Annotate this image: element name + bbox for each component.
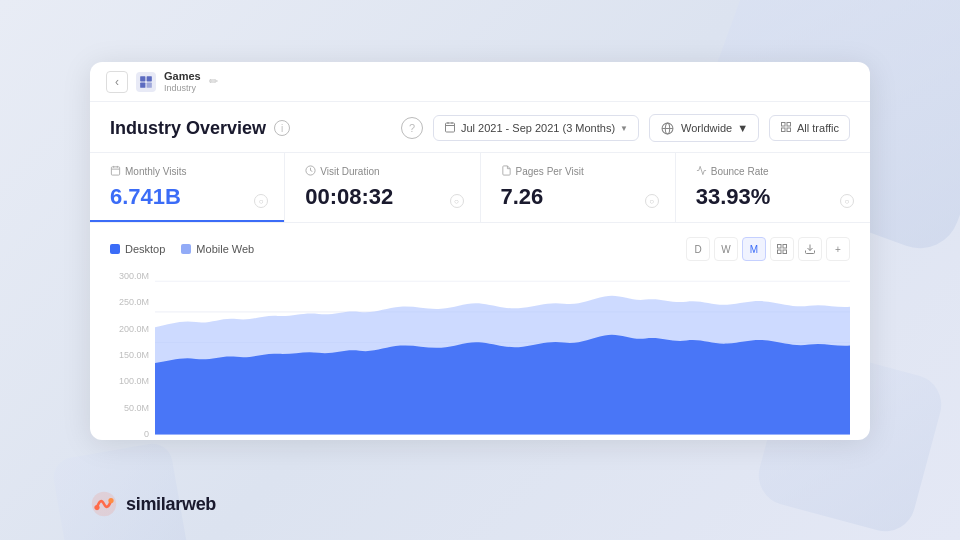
metric-label-0: Monthly Visits (110, 165, 264, 178)
desktop-label: Desktop (125, 243, 165, 255)
header-controls: ? Jul 2021 - Sep 2021 (3 Months) ▼ (401, 114, 850, 142)
svg-point-45 (94, 505, 99, 510)
metric-info-icon-3[interactable]: ○ (840, 194, 854, 208)
mobile-label: Mobile Web (196, 243, 254, 255)
metric-info-icon-2[interactable]: ○ (645, 194, 659, 208)
y-label-0: 300.0M (110, 271, 155, 281)
svg-rect-12 (787, 123, 791, 127)
svg-point-46 (108, 498, 113, 503)
metric-icon-1 (305, 165, 316, 178)
metric-icon-2 (501, 165, 512, 178)
help-button[interactable]: ? (401, 117, 423, 139)
chart-ctrl-d[interactable]: D (686, 237, 710, 261)
page-info-icon[interactable]: i (274, 120, 290, 136)
svg-rect-23 (783, 250, 787, 254)
similarweb-logo-icon (90, 490, 118, 518)
date-dropdown-icon: ▼ (620, 124, 628, 133)
page-title-area: Industry Overview i (110, 118, 290, 139)
calendar-icon (444, 121, 456, 135)
chart-ctrl-m[interactable]: M (742, 237, 766, 261)
chart-svg-wrap: 05 Jul 12 Jul 19 Jul 26 Jul 02 Aug 09 Au… (155, 271, 850, 440)
breadcrumb-title: Games (164, 70, 201, 83)
y-label-2: 200.0M (110, 324, 155, 334)
legend-items: Desktop Mobile Web (110, 243, 254, 255)
metric-icon-3 (696, 165, 707, 178)
metric-label-2: Pages Per Visit (501, 165, 655, 178)
y-label-4: 100.0M (110, 376, 155, 386)
page-title: Industry Overview (110, 118, 266, 139)
metric-value-3: 33.93% (696, 184, 850, 210)
svg-rect-20 (778, 245, 782, 249)
svg-rect-3 (147, 82, 152, 87)
chart-ctrl-+[interactable]: + (826, 237, 850, 261)
desktop-dot (110, 244, 120, 254)
date-range-label: Jul 2021 - Sep 2021 (3 Months) (461, 122, 615, 134)
metric-cell-1[interactable]: Visit Duration 00:08:32 ○ (285, 153, 480, 222)
svg-rect-15 (111, 167, 119, 175)
logo-text: similarweb (126, 494, 216, 515)
traffic-label: All traffic (797, 122, 839, 134)
metric-value-1: 00:08:32 (305, 184, 459, 210)
svg-rect-11 (782, 123, 786, 127)
metric-label-3: Bounce Rate (696, 165, 850, 178)
top-bar: ‹ Games Industry ✏ (90, 62, 870, 102)
svg-rect-14 (787, 128, 791, 132)
y-label-6: 0 (110, 429, 155, 439)
breadcrumb-text: Games Industry (164, 70, 201, 94)
svg-rect-13 (782, 128, 786, 132)
y-label-5: 50.0M (110, 403, 155, 413)
edit-icon[interactable]: ✏ (209, 75, 218, 88)
mobile-dot (181, 244, 191, 254)
svg-rect-21 (783, 245, 787, 249)
chart-controls: DWM+ (686, 237, 850, 261)
metric-info-icon-0[interactable]: ○ (254, 194, 268, 208)
globe-icon (660, 120, 676, 136)
date-filter-button[interactable]: Jul 2021 - Sep 2021 (3 Months) ▼ (433, 115, 639, 141)
chart-ctrl-w[interactable]: W (714, 237, 738, 261)
metric-value-0: 6.741B (110, 184, 264, 210)
metric-value-2: 7.26 (501, 184, 655, 210)
svg-rect-22 (778, 250, 782, 254)
metric-cell-2[interactable]: Pages Per Visit 7.26 ○ (481, 153, 676, 222)
breadcrumb-icon (136, 72, 156, 92)
area-chart: 05 Jul 12 Jul 19 Jul 26 Jul 02 Aug 09 Au… (155, 271, 850, 440)
legend-desktop: Desktop (110, 243, 165, 255)
y-label-1: 250.0M (110, 297, 155, 307)
y-axis-labels: 300.0M250.0M200.0M150.0M100.0M50.0M0 (110, 271, 155, 439)
chart-legend: Desktop Mobile Web DWM+ (110, 237, 850, 261)
metric-cell-3[interactable]: Bounce Rate 33.93% ○ (676, 153, 870, 222)
metric-icon-0 (110, 165, 121, 178)
chart-ctrl-⊞[interactable] (770, 237, 794, 261)
traffic-filter-button[interactable]: All traffic (769, 115, 850, 141)
svg-rect-1 (147, 76, 152, 81)
chart-svg-container: 300.0M250.0M200.0M150.0M100.0M50.0M0 05 (110, 271, 850, 440)
traffic-icon (780, 121, 792, 135)
metric-label-1: Visit Duration (305, 165, 459, 178)
main-card: ‹ Games Industry ✏ Industry Overview i ? (90, 62, 870, 440)
region-label: Worldwide (681, 122, 732, 134)
region-filter-button[interactable]: Worldwide ▼ (649, 114, 759, 142)
legend-mobile: Mobile Web (181, 243, 254, 255)
region-dropdown-icon: ▼ (737, 122, 748, 134)
metric-info-icon-1[interactable]: ○ (450, 194, 464, 208)
svg-rect-4 (445, 123, 454, 132)
logo-area: similarweb (90, 490, 216, 518)
page-header: Industry Overview i ? Jul 2021 - Sep 202… (90, 102, 870, 153)
svg-rect-2 (140, 82, 145, 87)
metrics-row: Monthly Visits 6.741B ○ Visit Duration 0… (90, 153, 870, 223)
chart-ctrl-⬇[interactable] (798, 237, 822, 261)
back-button[interactable]: ‹ (106, 71, 128, 93)
metric-cell-0[interactable]: Monthly Visits 6.741B ○ (90, 153, 285, 222)
breadcrumb-sub: Industry (164, 83, 201, 94)
svg-rect-0 (140, 76, 145, 81)
chart-area: Desktop Mobile Web DWM+ 300.0M250.0M200.… (90, 223, 870, 440)
y-label-3: 150.0M (110, 350, 155, 360)
